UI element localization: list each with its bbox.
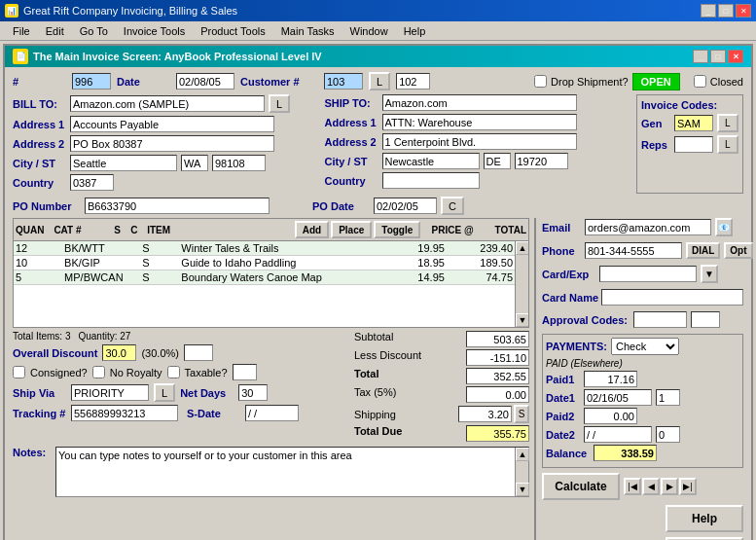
state-field[interactable] (181, 155, 208, 171)
reps-field[interactable] (674, 136, 713, 153)
scroll-down-button[interactable]: ▼ (516, 313, 529, 327)
menu-help[interactable]: Help (396, 24, 434, 38)
minimize-button[interactable]: _ (701, 4, 716, 18)
payments-header: PAYMENTS: Check Cash Credit (546, 338, 739, 355)
menu-window[interactable]: Window (342, 24, 396, 38)
customer-L-button[interactable]: L (369, 72, 390, 90)
notes-textarea[interactable]: You can type notes to yourself or to you… (56, 448, 515, 496)
dial-button[interactable]: DIAL (686, 242, 720, 259)
date-field[interactable] (176, 73, 234, 90)
subtotal-field[interactable] (466, 331, 529, 347)
gen-field[interactable] (674, 115, 713, 131)
date2-num[interactable] (656, 426, 680, 443)
ship-zip-field[interactable] (515, 153, 568, 169)
bill-to-name-field[interactable] (70, 95, 265, 112)
po-C-button[interactable]: C (441, 197, 464, 215)
ship-country-field[interactable] (382, 172, 480, 189)
menu-goto[interactable]: Go To (72, 24, 116, 38)
notes-scroll-up[interactable]: ▲ (516, 448, 529, 461)
ship-address2-field[interactable] (382, 133, 577, 150)
nav-last-button[interactable]: ▶| (679, 478, 697, 495)
email-field[interactable] (585, 219, 711, 235)
balance-field[interactable] (594, 445, 657, 461)
date1-field[interactable] (584, 389, 652, 406)
no-royalty-checkbox[interactable] (92, 366, 105, 378)
maximize-button[interactable]: □ (718, 4, 734, 18)
closed-checkbox[interactable] (694, 75, 706, 88)
ship-via-L-button[interactable]: L (154, 383, 175, 402)
date1-num[interactable] (656, 389, 680, 406)
scroll-up-button[interactable]: ▲ (516, 241, 529, 255)
invoice-number-field[interactable] (72, 73, 111, 90)
s-date-field[interactable] (245, 405, 299, 421)
shipping-field[interactable] (458, 406, 512, 422)
ship-address1-field[interactable] (382, 114, 577, 130)
card-exp-dropdown[interactable]: ▼ (701, 265, 718, 283)
date2-field[interactable] (584, 426, 652, 443)
invoice-codes-label: Invoice Codes: (641, 99, 738, 111)
notes-scrollbar[interactable]: ▲ ▼ (515, 448, 528, 496)
taxable-field[interactable] (233, 364, 257, 380)
email-icon-button[interactable]: 📧 (715, 218, 733, 236)
payment-type-select[interactable]: Check Cash Credit (611, 338, 679, 355)
address1-field[interactable] (70, 116, 274, 132)
reps-L-button[interactable]: L (717, 135, 738, 154)
card-exp-field[interactable] (599, 266, 697, 282)
menu-edit[interactable]: Edit (38, 24, 72, 38)
opt-button[interactable]: Opt (724, 242, 752, 259)
phone-field[interactable] (585, 242, 682, 259)
window-minimize[interactable]: _ (693, 50, 708, 63)
address2-field[interactable] (70, 135, 274, 152)
items-scrollbar[interactable]: ▲ ▼ (515, 241, 528, 327)
shipping-S-button[interactable]: S (514, 405, 529, 423)
customer-code-field[interactable] (396, 73, 430, 90)
nav-next-button[interactable]: ▶ (661, 478, 678, 495)
total-field[interactable] (466, 368, 529, 384)
close-button[interactable]: ✕ (736, 4, 751, 18)
ship-city-field[interactable] (382, 153, 480, 169)
ship-state-field[interactable] (484, 153, 511, 169)
menu-file[interactable]: File (5, 24, 38, 38)
less-discount-field[interactable] (466, 349, 529, 366)
taxable-checkbox[interactable] (167, 366, 180, 378)
consigned-checkbox[interactable] (13, 366, 25, 378)
place-button[interactable]: Place (331, 221, 372, 238)
add-button[interactable]: Add (295, 221, 329, 238)
invoice-codes-section: Invoice Codes: Gen L Reps L (636, 94, 743, 194)
tracking-field[interactable] (71, 405, 178, 421)
menu-product-tools[interactable]: Product Tools (193, 24, 272, 38)
ship-city-label: City / ST (325, 156, 378, 167)
calculate-button[interactable]: Calculate (542, 473, 620, 500)
total-due-field[interactable] (466, 425, 529, 442)
approval-field1[interactable] (633, 311, 687, 328)
ship-via-field[interactable] (71, 384, 149, 401)
city-field[interactable] (70, 155, 177, 171)
toggle-button[interactable]: Toggle (374, 221, 420, 238)
nav-prev-button[interactable]: ◀ (642, 478, 660, 495)
paid1-field[interactable] (584, 371, 637, 387)
net-days-field[interactable] (238, 384, 268, 401)
country-code-field[interactable] (70, 174, 114, 191)
po-date-field[interactable] (374, 198, 437, 214)
paid2-field[interactable] (584, 408, 637, 424)
menu-invoice-tools[interactable]: Invoice Tools (116, 24, 193, 38)
drop-shipment-checkbox[interactable] (534, 75, 547, 88)
customer-number-field[interactable] (324, 73, 363, 90)
ship-to-name-field[interactable] (382, 94, 577, 111)
zip-field[interactable] (212, 155, 266, 171)
notes-scroll-down[interactable]: ▼ (516, 483, 529, 496)
discount-extra-field[interactable] (184, 344, 213, 361)
approval-field2[interactable] (691, 311, 720, 328)
help-button[interactable]: Help (666, 505, 743, 532)
window-maximize[interactable]: □ (710, 50, 726, 63)
taxable-label: Taxable? (185, 367, 228, 378)
nav-first-button[interactable]: |◀ (624, 478, 641, 495)
window-close[interactable]: ✕ (728, 50, 743, 63)
po-number-field[interactable] (85, 198, 270, 214)
menu-main-tasks[interactable]: Main Tasks (273, 24, 342, 38)
bill-to-L-button[interactable]: L (269, 94, 290, 113)
gen-L-button[interactable]: L (717, 114, 738, 132)
tax-field[interactable] (466, 386, 529, 403)
card-name-field[interactable] (601, 289, 743, 306)
discount-value-field[interactable] (102, 344, 136, 361)
